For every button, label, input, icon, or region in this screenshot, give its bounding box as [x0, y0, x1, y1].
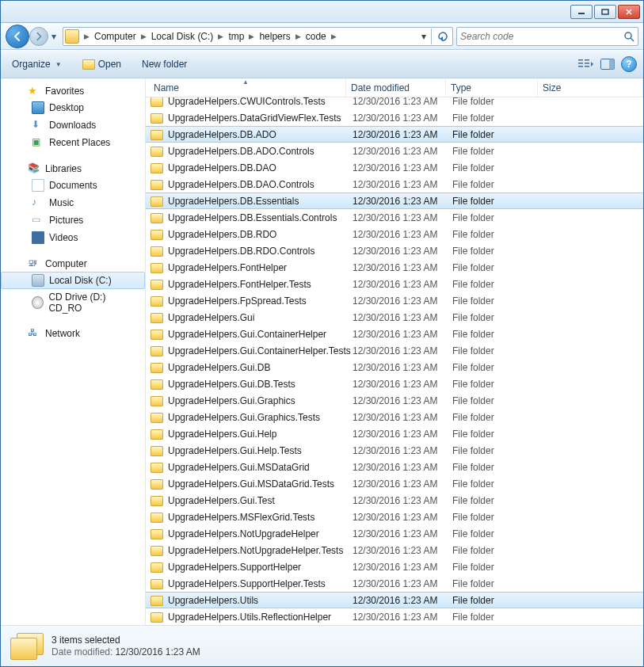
folder-icon: [151, 113, 163, 124]
file-row[interactable]: UpgradeHelpers.NotUpgradeHelper.Tests12/…: [146, 542, 643, 558]
file-row[interactable]: UpgradeHelpers.SupportHelper.Tests12/30/…: [146, 575, 643, 592]
folder-icon: [151, 513, 163, 523]
file-type: File folder: [452, 395, 544, 406]
file-row[interactable]: UpgradeHelpers.DB.Essentials.Controls12/…: [146, 209, 643, 226]
file-row[interactable]: UpgradeHelpers.Gui12/30/2016 1:23 AMFile…: [146, 309, 643, 326]
column-size[interactable]: Size: [538, 78, 643, 97]
breadcrumb-code[interactable]: code: [303, 28, 330, 45]
file-date: 12/30/2016 1:23 AM: [352, 495, 452, 506]
breadcrumb-tmp[interactable]: tmp: [225, 28, 247, 45]
chevron-right-icon[interactable]: ▶: [82, 32, 91, 40]
file-row[interactable]: UpgradeHelpers.DB.RDO12/30/2016 1:23 AMF…: [146, 226, 643, 242]
folder-icon: [151, 463, 163, 473]
breadcrumb-localdisk[interactable]: Local Disk (C:): [148, 28, 217, 45]
file-row[interactable]: UpgradeHelpers.Gui.Graphics12/30/2016 1:…: [146, 392, 643, 409]
nav-pictures[interactable]: ▭Pictures: [1, 212, 145, 229]
nav-music[interactable]: ♪Music: [1, 194, 145, 212]
maximize-button[interactable]: [594, 5, 616, 19]
forward-button[interactable]: [29, 27, 48, 46]
breadcrumb-dropdown[interactable]: ▾: [418, 31, 429, 42]
nav-videos[interactable]: Videos: [1, 229, 145, 246]
nav-downloads[interactable]: ⬇Downloads: [1, 116, 145, 134]
nav-documents[interactable]: Documents: [1, 177, 145, 194]
file-row[interactable]: UpgradeHelpers.DB.Essentials12/30/2016 1…: [146, 192, 643, 209]
file-type: File folder: [452, 495, 544, 506]
new-folder-button[interactable]: New folder: [137, 56, 192, 72]
help-button[interactable]: ?: [621, 56, 637, 72]
file-list[interactable]: UpgradeHelpers.CWUIControls.Tests12/30/2…: [146, 97, 643, 625]
chevron-right-icon[interactable]: ▶: [216, 32, 225, 40]
search-input[interactable]: [460, 31, 623, 42]
file-row[interactable]: UpgradeHelpers.DB.ADO.Controls12/30/2016…: [146, 143, 643, 159]
nav-recent-places[interactable]: ▣Recent Places: [1, 134, 145, 151]
nav-history-dropdown[interactable]: ▾: [48, 25, 59, 48]
file-row[interactable]: UpgradeHelpers.Gui.Help.Tests12/30/2016 …: [146, 442, 643, 459]
cd-icon: [32, 296, 44, 309]
search-box[interactable]: [456, 27, 638, 46]
nav-libraries[interactable]: 📚 Libraries: [1, 161, 145, 177]
file-row[interactable]: UpgradeHelpers.Gui.Test12/30/2016 1:23 A…: [146, 492, 643, 509]
nav-favorites[interactable]: ★ Favorites: [1, 83, 145, 99]
file-type: File folder: [452, 329, 544, 340]
file-type: File folder: [452, 212, 544, 223]
chevron-right-icon[interactable]: ▶: [247, 32, 256, 40]
command-bar: Organize ▼ Open New folder ?: [1, 50, 643, 78]
file-row[interactable]: UpgradeHelpers.Gui.MSDataGrid12/30/2016 …: [146, 459, 643, 475]
minimize-button[interactable]: [570, 5, 593, 19]
breadcrumb-computer[interactable]: Computer: [91, 28, 139, 45]
file-row[interactable]: UpgradeHelpers.Gui.Graphics.Tests12/30/2…: [146, 409, 643, 425]
file-row[interactable]: UpgradeHelpers.MSFlexGrid.Tests12/30/201…: [146, 509, 643, 525]
file-row[interactable]: UpgradeHelpers.Gui.MSDataGrid.Tests12/30…: [146, 475, 643, 492]
file-row[interactable]: UpgradeHelpers.DB.DAO.Controls12/30/2016…: [146, 176, 643, 192]
column-type[interactable]: Type: [446, 78, 538, 97]
file-row[interactable]: UpgradeHelpers.Utils.ReflectionHelper12/…: [146, 608, 643, 625]
file-type: File folder: [452, 146, 544, 157]
file-date: 12/30/2016 1:23 AM: [352, 512, 452, 523]
breadcrumb-bar[interactable]: ▶ Computer ▶ Local Disk (C:) ▶ tmp ▶ hel…: [63, 27, 453, 46]
chevron-right-icon[interactable]: ▶: [330, 32, 338, 40]
file-row[interactable]: UpgradeHelpers.Utils12/30/2016 1:23 AMFi…: [146, 592, 643, 608]
file-row[interactable]: UpgradeHelpers.Gui.ContainerHelper12/30/…: [146, 326, 643, 342]
nav-network-label: Network: [45, 328, 80, 339]
column-name[interactable]: ▲ Name: [146, 78, 346, 97]
file-row[interactable]: UpgradeHelpers.DB.RDO.Controls12/30/2016…: [146, 242, 643, 259]
file-row[interactable]: UpgradeHelpers.DB.DAO12/30/2016 1:23 AMF…: [146, 159, 643, 176]
nav-local-disk[interactable]: Local Disk (C:): [1, 272, 145, 289]
file-row[interactable]: UpgradeHelpers.Gui.DB12/30/2016 1:23 AMF…: [146, 359, 643, 375]
file-row[interactable]: UpgradeHelpers.Gui.ContainerHelper.Tests…: [146, 342, 643, 359]
back-button[interactable]: [6, 25, 29, 48]
file-row[interactable]: UpgradeHelpers.DB.ADO12/30/2016 1:23 AMF…: [146, 126, 643, 143]
nav-cd-drive[interactable]: CD Drive (D:) CD_RO: [1, 289, 145, 316]
file-row[interactable]: UpgradeHelpers.FontHelper12/30/2016 1:23…: [146, 259, 643, 276]
file-row[interactable]: UpgradeHelpers.FpSpread.Tests12/30/2016 …: [146, 292, 643, 309]
nav-desktop[interactable]: Desktop: [1, 99, 145, 116]
file-row[interactable]: UpgradeHelpers.DataGridViewFlex.Tests12/…: [146, 109, 643, 126]
organize-button[interactable]: Organize ▼: [7, 56, 67, 72]
folder-icon: [151, 346, 163, 356]
chevron-right-icon[interactable]: ▶: [294, 32, 303, 40]
file-row[interactable]: UpgradeHelpers.NotUpgradeHelper12/30/201…: [146, 525, 643, 542]
file-row[interactable]: UpgradeHelpers.Gui.DB.Tests12/30/2016 1:…: [146, 375, 643, 392]
file-row[interactable]: UpgradeHelpers.CWUIControls.Tests12/30/2…: [146, 97, 643, 109]
nav-item-label: Documents: [49, 180, 97, 191]
close-button[interactable]: [618, 5, 640, 19]
chevron-right-icon[interactable]: ▶: [139, 32, 148, 40]
file-name: UpgradeHelpers.SupportHelper.Tests: [168, 578, 352, 589]
file-name: UpgradeHelpers.FontHelper: [168, 262, 352, 273]
file-row[interactable]: UpgradeHelpers.SupportHelper12/30/2016 1…: [146, 558, 643, 575]
column-date[interactable]: Date modified: [346, 78, 446, 97]
file-date: 12/30/2016 1:23 AM: [352, 146, 452, 157]
breadcrumb-helpers[interactable]: helpers: [256, 28, 293, 45]
navigation-pane[interactable]: ★ Favorites Desktop ⬇Downloads ▣Recent P…: [1, 78, 146, 625]
file-row[interactable]: UpgradeHelpers.Gui.Help12/30/2016 1:23 A…: [146, 425, 643, 442]
file-name: UpgradeHelpers.MSFlexGrid.Tests: [168, 512, 352, 523]
open-button[interactable]: Open: [78, 56, 126, 72]
new-folder-label: New folder: [142, 59, 187, 70]
preview-pane-button[interactable]: [599, 56, 616, 72]
view-mode-button[interactable]: [577, 56, 594, 72]
refresh-button[interactable]: [433, 28, 451, 45]
nav-network[interactable]: 🖧 Network: [1, 326, 145, 341]
file-row[interactable]: UpgradeHelpers.FontHelper.Tests12/30/201…: [146, 276, 643, 292]
nav-computer[interactable]: 🖳 Computer: [1, 256, 145, 272]
search-icon[interactable]: [623, 31, 634, 42]
